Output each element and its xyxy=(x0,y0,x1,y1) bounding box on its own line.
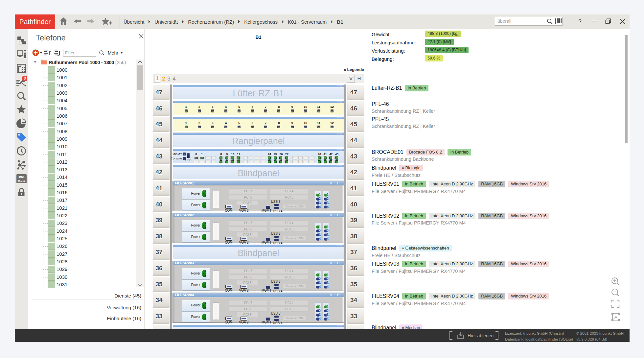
svg-text:A: A xyxy=(614,315,617,320)
